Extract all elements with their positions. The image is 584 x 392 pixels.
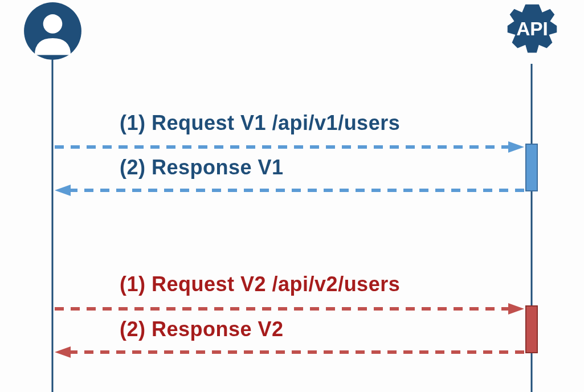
message-label-v2-request: (1) Request V2 /api/v2/users [120, 272, 400, 296]
activation-v1 [525, 144, 538, 191]
arrow-v1-request [52, 140, 525, 154]
arrow-v2-request [52, 302, 525, 316]
svg-marker-9 [508, 303, 524, 315]
activation-v2 [525, 305, 538, 353]
svg-marker-7 [55, 185, 71, 196]
message-label-v1-request: (1) Request V1 /api/v1/users [120, 111, 400, 135]
svg-marker-11 [55, 346, 71, 358]
user-icon [23, 1, 83, 63]
sequence-diagram: API (1) Request V1 /api/v1/users (2) Res… [0, 0, 584, 392]
user-lifeline [51, 60, 54, 392]
arrow-v1-response [52, 183, 525, 197]
arrow-v2-response [52, 345, 525, 359]
message-label-v1-response: (2) Response V1 [120, 156, 284, 179]
api-gear-icon: API [499, 0, 566, 70]
api-icon-label: API [516, 18, 548, 39]
svg-point-1 [43, 14, 63, 34]
svg-marker-5 [508, 141, 524, 153]
message-label-v2-response: (2) Response V2 [120, 317, 284, 341]
